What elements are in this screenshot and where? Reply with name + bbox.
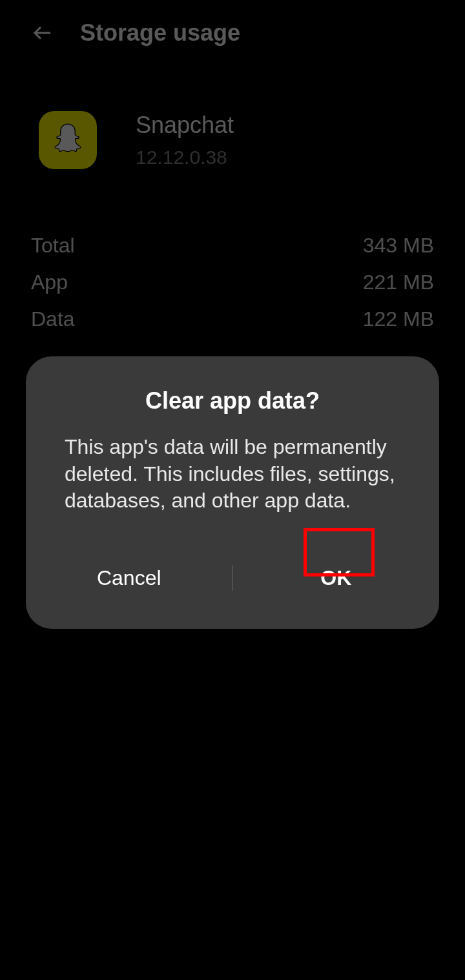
- dialog-buttons: Cancel OK: [26, 540, 439, 629]
- ok-button[interactable]: OK: [233, 553, 440, 603]
- dialog-title: Clear app data?: [26, 387, 439, 434]
- clear-data-dialog: Clear app data? This app's data will be …: [26, 356, 439, 629]
- cancel-button[interactable]: Cancel: [26, 553, 232, 603]
- dialog-message: This app's data will be permanently dele…: [26, 434, 439, 540]
- dialog-overlay: Clear app data? This app's data will be …: [0, 0, 465, 980]
